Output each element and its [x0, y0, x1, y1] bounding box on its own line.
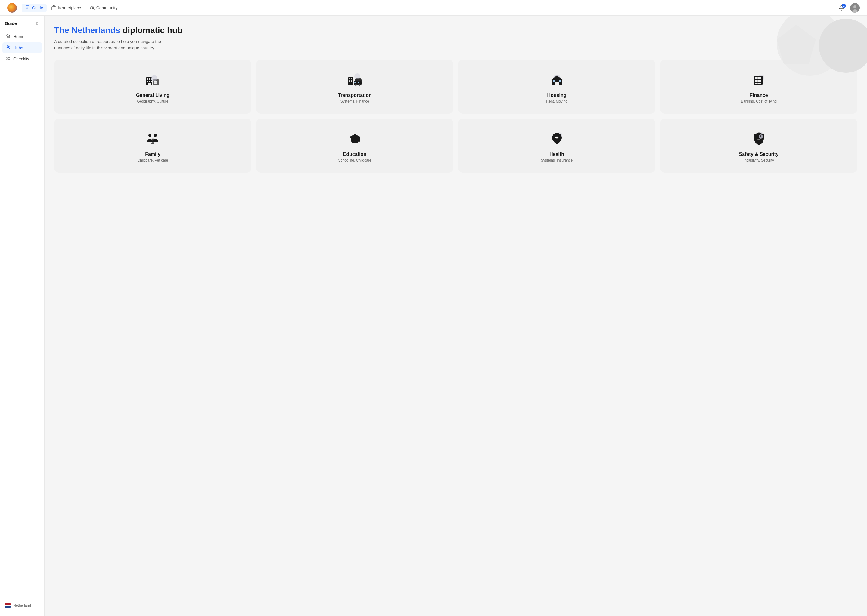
sidebar-footer: Netherland — [0, 600, 44, 611]
svg-rect-44 — [559, 80, 561, 82]
main-content: The Netherlands diplomatic hub A curated… — [44, 16, 867, 616]
svg-point-60 — [359, 140, 360, 141]
svg-rect-10 — [7, 36, 8, 38]
page-subtitle: A curated collection of resources to hel… — [54, 39, 169, 51]
svg-rect-51 — [755, 83, 758, 84]
topnav: Guide Marketplace Community — [0, 0, 867, 16]
safety-security-icon — [750, 130, 767, 147]
transportation-icon — [347, 71, 363, 88]
layout: Guide Home — [0, 0, 867, 616]
card-safety-security-subtitle: Inclusivity, Security — [744, 158, 774, 162]
svg-point-55 — [148, 134, 151, 137]
svg-rect-25 — [153, 82, 155, 83]
svg-rect-34 — [354, 82, 356, 83]
country-label: Netherland — [13, 603, 31, 608]
sidebar-item-hubs[interactable]: Hubs — [2, 42, 42, 53]
page-title-rest: diplomatic hub — [120, 25, 183, 35]
notifications-button[interactable]: 1 — [837, 3, 847, 13]
svg-rect-49 — [755, 80, 758, 82]
svg-rect-52 — [758, 83, 761, 84]
svg-point-8 — [853, 5, 856, 8]
svg-rect-42 — [555, 82, 559, 85]
sidebar-item-checklist[interactable]: Checklist — [2, 53, 42, 64]
card-safety-security[interactable]: Safety & Security Inclusivity, Security — [660, 118, 858, 173]
app-logo[interactable] — [7, 3, 17, 13]
svg-rect-20 — [151, 81, 152, 82]
svg-rect-19 — [149, 81, 150, 82]
topnav-guide[interactable]: Guide — [22, 4, 47, 12]
page-title: The Netherlands diplomatic hub — [54, 25, 858, 36]
svg-point-39 — [359, 84, 360, 85]
topnav-right: 1 — [837, 3, 860, 13]
svg-point-37 — [355, 84, 356, 85]
svg-point-40 — [354, 73, 360, 79]
card-health-subtitle: Systems, Insurance — [541, 158, 572, 162]
topnav-items: Guide Marketplace Community — [22, 4, 837, 12]
svg-rect-48 — [758, 77, 761, 79]
svg-rect-47 — [755, 77, 758, 79]
card-finance-subtitle: Banking, Cost of living — [741, 99, 777, 104]
sidebar: Guide Home — [0, 16, 44, 616]
card-housing[interactable]: Housing Rent, Moving — [458, 60, 655, 114]
family-icon — [145, 130, 161, 147]
card-general-living-title: General Living — [136, 93, 169, 98]
card-education-subtitle: Schooling, Childcare — [338, 158, 371, 162]
checklist-icon — [5, 56, 10, 62]
svg-rect-4 — [52, 6, 56, 10]
sidebar-item-home[interactable]: Home — [2, 31, 42, 42]
general-living-icon — [145, 71, 161, 88]
card-housing-subtitle: Rent, Moving — [546, 99, 567, 104]
svg-rect-16 — [149, 78, 150, 80]
svg-rect-18 — [147, 81, 148, 82]
sidebar-nav: Home Hubs — [0, 31, 44, 64]
card-housing-title: Housing — [547, 93, 567, 98]
svg-rect-15 — [147, 78, 148, 80]
card-family[interactable]: Family Childcare, Pet care — [54, 118, 251, 173]
card-family-title: Family — [145, 152, 161, 157]
svg-rect-50 — [758, 80, 761, 82]
svg-point-5 — [91, 6, 92, 8]
user-avatar[interactable] — [850, 3, 860, 13]
card-general-living[interactable]: General Living Geography, Culture — [54, 60, 251, 114]
sidebar-header: Guide — [0, 20, 44, 31]
topnav-marketplace[interactable]: Marketplace — [48, 4, 85, 12]
card-finance[interactable]: Finance Banking, Cost of living — [660, 60, 858, 114]
card-transportation[interactable]: Transportation Systems, Finance — [256, 60, 453, 114]
svg-rect-35 — [358, 82, 359, 83]
svg-point-57 — [152, 138, 154, 140]
sidebar-checklist-label: Checklist — [13, 57, 30, 61]
community-icon — [90, 5, 95, 10]
topnav-community-label: Community — [96, 5, 118, 10]
collapse-sidebar-button[interactable] — [33, 20, 39, 27]
card-finance-title: Finance — [750, 93, 768, 98]
card-health[interactable]: Health Systems, Insurance — [458, 118, 655, 173]
svg-point-6 — [92, 6, 94, 8]
svg-rect-43 — [553, 80, 555, 82]
card-general-living-subtitle: Geography, Culture — [137, 99, 169, 104]
hubs-icon — [5, 45, 10, 50]
card-education-title: Education — [343, 152, 366, 157]
health-icon — [549, 130, 565, 147]
svg-point-27 — [151, 75, 157, 81]
notification-badge: 1 — [842, 4, 846, 8]
svg-rect-30 — [351, 78, 352, 79]
card-health-title: Health — [549, 152, 564, 157]
topnav-community[interactable]: Community — [86, 4, 121, 12]
home-icon — [5, 34, 10, 39]
card-transportation-subtitle: Systems, Finance — [340, 99, 369, 104]
svg-rect-26 — [155, 82, 156, 83]
finance-icon — [750, 71, 767, 88]
card-safety-security-title: Safety & Security — [739, 152, 779, 157]
housing-icon — [549, 71, 565, 88]
svg-rect-29 — [349, 78, 350, 79]
sidebar-home-label: Home — [13, 34, 24, 39]
guide-icon — [25, 5, 30, 10]
card-education[interactable]: Education Schooling, Childcare — [256, 118, 453, 173]
card-transportation-title: Transportation — [338, 93, 372, 98]
sidebar-title: Guide — [5, 21, 17, 26]
marketplace-icon — [52, 5, 56, 10]
svg-rect-32 — [351, 80, 352, 82]
svg-rect-31 — [349, 80, 350, 82]
page-header: The Netherlands diplomatic hub A curated… — [54, 25, 858, 51]
topnav-guide-label: Guide — [32, 5, 43, 10]
